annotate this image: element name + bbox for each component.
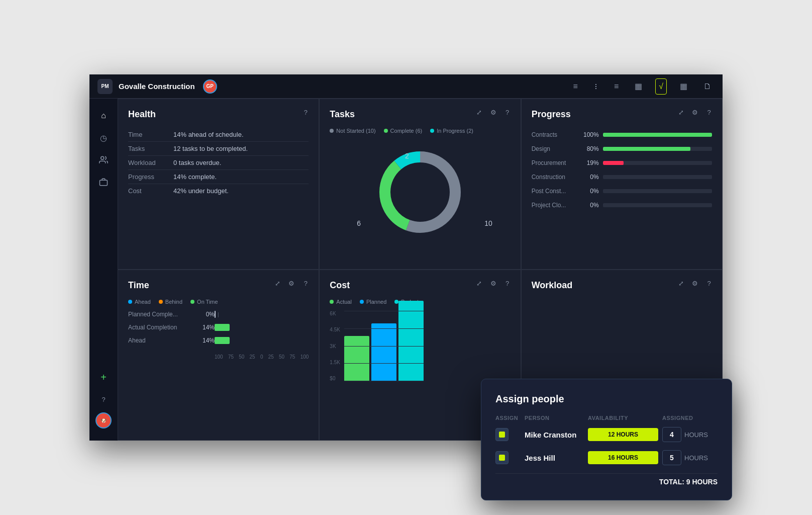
tasks-settings-icon[interactable]: ⚙ (488, 107, 498, 117)
axis-75-left: 75 (228, 354, 234, 360)
sidebar-user-avatar[interactable]: 🐶 (95, 412, 112, 428)
progress-row-procurement: Procurement 19% (532, 156, 712, 170)
hours-box-jess[interactable]: 5 (662, 450, 681, 465)
progress-help-icon[interactable]: ? (704, 107, 714, 117)
cost-expand-icon[interactable]: ⤢ (474, 278, 484, 288)
progress-label-project-clo: Project Clo... (532, 202, 577, 209)
user-avatar[interactable]: GP (203, 79, 217, 94)
cost-y-labels: 6K 4.5K 3K 1.5K $0 (330, 311, 340, 391)
workload-panel-icons: ⤢ ⚙ ? (676, 278, 714, 288)
hours-box-mike[interactable]: 4 (662, 427, 681, 442)
content-grid: Health ? Time 14% ahead of schedule. Tas… (118, 99, 723, 441)
progress-track-design (603, 147, 712, 151)
time-pct-actual: 14% (193, 324, 215, 331)
sidebar-item-portfolio[interactable] (94, 173, 113, 191)
assign-table-header: ASSIGN PERSON AVAILABILITY ASSIGNED (495, 415, 718, 421)
axis-100-left: 100 (215, 354, 223, 360)
axis-50-right: 50 (279, 354, 284, 360)
col-availability: AVAILABILITY (588, 415, 658, 421)
progress-row-design: Design 80% (532, 142, 712, 156)
cost-settings-icon[interactable]: ⚙ (488, 278, 498, 288)
progress-expand-icon[interactable]: ⤢ (676, 107, 686, 117)
progress-rows: Contracts 100% Design 80% (532, 128, 712, 212)
health-label-cost: Cost (128, 187, 173, 195)
health-help-icon[interactable]: ? (300, 107, 311, 117)
health-panel-icons: ? (300, 107, 311, 117)
progress-label-construction: Construction (532, 174, 577, 181)
sidebar-add[interactable]: + (94, 368, 113, 386)
cost-bar-budget (398, 301, 424, 381)
nav-dashboard-icon[interactable]: √ (655, 78, 667, 95)
time-bar-actual-container (215, 324, 309, 331)
health-rows: Time 14% ahead of schedule. Tasks 12 tas… (128, 128, 309, 198)
time-help-icon[interactable]: ? (300, 278, 311, 288)
progress-fill-contracts (603, 133, 712, 137)
health-value-progress: 14% complete. (173, 173, 217, 181)
donut-label-6: 6 (357, 219, 361, 227)
time-row-actual: Actual Completion 14% (128, 324, 309, 331)
time-legend: Ahead Behind On Time (128, 299, 309, 305)
time-label-ahead: Ahead (128, 337, 193, 344)
col-assign: ASSIGN (495, 415, 521, 421)
donut-label-10: 10 (484, 219, 492, 227)
project-title: Govalle Construction (119, 82, 195, 91)
nav-calendar-icon[interactable]: ▦ (677, 78, 690, 94)
y-label-45k: 4.5K (330, 327, 340, 332)
progress-pct-post-const: 0% (581, 188, 599, 195)
progress-row-post-const: Post Const... 0% (532, 184, 712, 198)
in-progress-dot (430, 129, 434, 133)
availability-jess: 16 HOURS (588, 451, 658, 464)
nav-grid-icon[interactable]: ▦ (632, 78, 645, 94)
time-label-planned: Planned Comple... (128, 311, 193, 318)
col-assigned: ASSIGNED (662, 415, 718, 421)
sidebar-item-home[interactable]: ⌂ (94, 107, 113, 125)
progress-settings-icon[interactable]: ⚙ (690, 107, 700, 117)
health-panel: Health ? Time 14% ahead of schedule. Tas… (118, 99, 319, 270)
time-pct-planned: 0% (193, 311, 215, 318)
nav-gantt-icon[interactable]: ⫶ (591, 79, 601, 94)
tasks-expand-icon[interactable]: ⤢ (474, 107, 484, 117)
progress-fill-design (603, 147, 690, 151)
health-label-time: Time (128, 131, 173, 138)
person-name-jess: Jess Hill (525, 454, 584, 462)
workload-settings-icon[interactable]: ⚙ (690, 278, 700, 288)
hours-input-jess: 5 HOURS (662, 450, 718, 465)
legend-on-time: On Time (190, 299, 218, 305)
workload-panel: Workload ⤢ ⚙ ? Assign people ASSIGN PERS… (521, 270, 723, 441)
progress-track-post-const (603, 189, 712, 193)
hours-input-mike: 4 HOURS (662, 427, 718, 442)
assign-checkbox-mike[interactable] (495, 428, 509, 441)
time-settings-icon[interactable]: ⚙ (286, 278, 296, 288)
assign-total: TOTAL: 9 HOURS (495, 478, 718, 486)
progress-label-design: Design (532, 145, 577, 152)
on-time-dot (190, 300, 194, 304)
cost-bar-planned (371, 323, 396, 381)
cost-panel-icons: ⤢ ⚙ ? (474, 278, 513, 288)
tasks-help-icon[interactable]: ? (502, 107, 513, 117)
nav-filter-icon[interactable]: ≡ (611, 79, 622, 94)
nav-doc-icon[interactable]: 🗋 (700, 79, 715, 94)
sidebar-item-people[interactable] (94, 151, 113, 169)
time-pct-ahead: 14% (193, 337, 215, 344)
svg-point-0 (101, 156, 104, 159)
progress-pct-contracts: 100% (581, 131, 599, 138)
hours-label-mike: HOURS (684, 431, 708, 439)
y-label-6k: 6K (330, 311, 340, 316)
checkbox-inner-mike (499, 432, 505, 438)
sidebar-help[interactable]: ? (94, 390, 113, 408)
complete-dot (384, 129, 388, 133)
sidebar-item-time[interactable]: ◷ (94, 129, 113, 147)
col-person: PERSON (525, 415, 584, 421)
assign-row-jess: Jess Hill 16 HOURS 5 HOURS (495, 450, 718, 465)
health-label-tasks: Tasks (128, 145, 173, 152)
time-row-planned: Planned Comple... 0% | (128, 311, 309, 318)
health-title: Health (128, 109, 309, 120)
workload-help-icon[interactable]: ? (704, 278, 714, 288)
workload-expand-icon[interactable]: ⤢ (676, 278, 686, 288)
tasks-legend: Not Started (10) Complete (6) In Progres… (330, 128, 510, 134)
cost-help-icon[interactable]: ? (502, 278, 513, 288)
actual-dot (330, 300, 334, 304)
nav-list-icon[interactable]: ≡ (570, 79, 581, 94)
assign-checkbox-jess[interactable] (495, 451, 509, 464)
time-expand-icon[interactable]: ⤢ (272, 278, 282, 288)
